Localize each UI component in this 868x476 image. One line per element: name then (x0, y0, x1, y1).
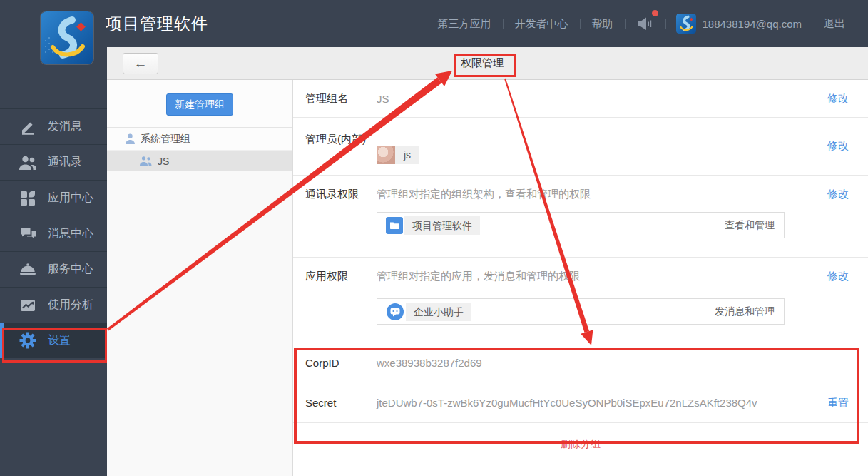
contacts-permission-row: 通讯录权限 管理组对指定的组织架构，查看和管理的权限 修改 项目管理软件 查看和… (293, 176, 868, 258)
sidebar-item-settings[interactable]: 设置 (0, 323, 107, 358)
new-admin-group-button[interactable]: 新建管理组 (166, 93, 233, 116)
sidebar-item-message-center[interactable]: 消息中心 (0, 216, 107, 251)
admins-row: 管理员(内部) js 修改 (293, 118, 868, 176)
contacts-permission-desc: 管理组对指定的组织架构，查看和管理的权限 (377, 188, 591, 201)
sidebar-item-contacts[interactable]: 通讯录 (0, 144, 107, 180)
group-name-label: 管理组名 (305, 92, 377, 106)
back-button[interactable]: ← (123, 53, 158, 74)
secret-label: Secret (305, 397, 377, 409)
page-title: 项目管理软件 (106, 0, 208, 47)
contacts-icon (19, 154, 36, 171)
sidebar: 发消息 通讯录 应用中心 (0, 47, 107, 476)
permission-management-label: 权限管理 (461, 56, 504, 70)
reset-secret-link[interactable]: 重置 (827, 396, 849, 410)
tree-panel-header: 新建管理组 (107, 80, 292, 128)
logout-button[interactable]: 退出 (812, 17, 857, 31)
modify-group-name-link[interactable]: 修改 (827, 92, 849, 106)
app-permission-label: 应用权限 (305, 270, 348, 283)
announcement-button[interactable] (626, 16, 665, 31)
group-name-row: 管理组名 JS 修改 (293, 80, 868, 118)
group-detail-panel: 管理组名 JS 修改 管理员(内部) js 修改 通讯录权限 管理组对指定的组织… (293, 80, 868, 476)
modify-contacts-permission-link[interactable]: 修改 (827, 188, 849, 201)
account-menu[interactable]: 188438194@qq.com (666, 14, 812, 34)
tree-item-system-group[interactable]: 系统管理组 (107, 128, 292, 151)
avatar (676, 14, 696, 34)
delete-group-row: 删除分组 (293, 423, 868, 457)
nav-developer-center[interactable]: 开发者中心 (504, 17, 580, 31)
admins-label: 管理员(内部) (305, 133, 366, 146)
apps-grid-icon (19, 190, 36, 207)
org-item: 项目管理软件 (386, 216, 480, 235)
app-permission-box: 企业小助手 发消息和管理 (377, 298, 785, 325)
top-navigation: 第三方应用 开发者中心 帮助 (427, 0, 857, 47)
folder-icon (386, 217, 403, 234)
app-permission-row: 应用权限 管理组对指定的应用，发消息和管理的权限 修改 企业小助手 (293, 258, 868, 343)
secret-row: Secret jteDUwb7-0sT-zwBk6Yz0guMucfHtYc0U… (293, 383, 868, 423)
app-name: 企业小助手 (406, 303, 471, 321)
assistant-chat-icon (386, 303, 404, 321)
corpid-label: CorpID (305, 357, 377, 369)
analytics-icon (19, 297, 36, 314)
org-name: 项目管理软件 (404, 216, 480, 235)
app-permission-level: 发消息和管理 (715, 305, 775, 318)
sidebar-item-usage-analytics[interactable]: 使用分析 (0, 287, 107, 323)
account-email: 188438194@qq.com (703, 18, 802, 30)
corpid-value: wxe38938b3287f2d69 (377, 357, 482, 369)
active-indicator (0, 323, 4, 358)
nav-help[interactable]: 帮助 (581, 17, 625, 31)
service-bell-icon (19, 261, 36, 278)
contacts-permission-label: 通讯录权限 (305, 188, 359, 201)
main-area: ← 权限管理 新建管理组 系统管理组 JS (107, 47, 868, 476)
admin-member-tag: js (377, 146, 419, 164)
tree-item-label: JS (158, 156, 169, 167)
sidebar-item-app-center[interactable]: 应用中心 (0, 180, 107, 216)
notification-dot-icon (652, 10, 658, 16)
gear-icon (19, 332, 36, 349)
member-avatar (377, 146, 395, 164)
app-item: 企业小助手 (386, 303, 471, 321)
modify-admins-link[interactable]: 修改 (827, 139, 849, 153)
app-logo (41, 11, 93, 64)
person-icon (126, 133, 135, 144)
corpid-row: CorpID wxe38938b3287f2d69 (293, 343, 868, 383)
member-name: js (395, 146, 419, 164)
contacts-permission-box: 项目管理软件 查看和管理 (377, 212, 785, 238)
secret-value: jteDUwb7-0sT-zwBk6Yz0guMucfHtYc0UeSyONPb… (377, 397, 757, 409)
sidebar-item-service-center[interactable]: 服务中心 (0, 251, 107, 287)
speaker-icon (637, 16, 654, 31)
toolbar: ← 权限管理 (107, 47, 868, 80)
tree-item-js-group[interactable]: JS (107, 151, 292, 171)
app-permission-desc: 管理组对指定的应用，发消息和管理的权限 (377, 270, 580, 283)
group-name-value: JS (377, 93, 389, 105)
people-icon (140, 156, 152, 166)
contacts-permission-level: 查看和管理 (725, 219, 775, 232)
admin-group-panel: 新建管理组 系统管理组 JS (107, 80, 293, 476)
header-bar: 项目管理软件 第三方应用 开发者中心 帮助 (0, 0, 868, 47)
sidebar-item-send-message[interactable]: 发消息 (0, 108, 107, 144)
nav-third-party-apps[interactable]: 第三方应用 (427, 17, 503, 31)
modify-app-permission-link[interactable]: 修改 (827, 270, 849, 283)
delete-group-link[interactable]: 删除分组 (561, 438, 601, 450)
message-icon (19, 226, 36, 243)
pencil-icon (19, 118, 36, 136)
sidebar-menu: 发消息 通讯录 应用中心 (0, 108, 107, 358)
tree-item-label: 系统管理组 (141, 133, 190, 146)
